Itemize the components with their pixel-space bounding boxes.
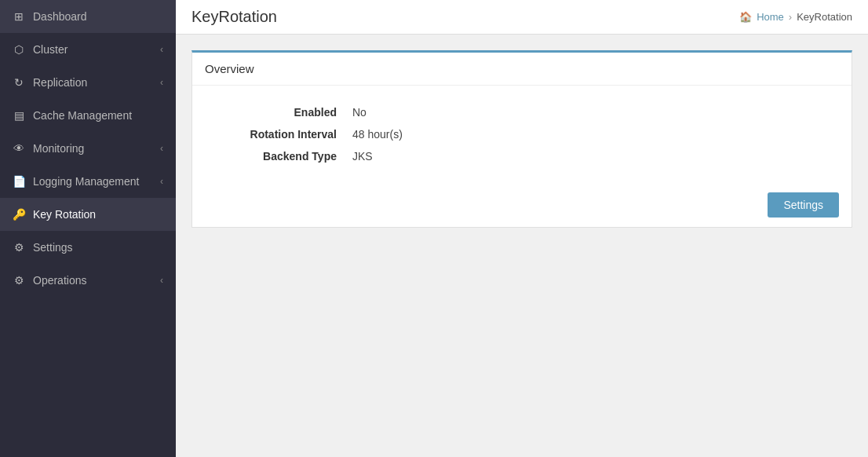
field-label: Backend Type [205, 145, 346, 167]
card-footer: Settings [192, 183, 852, 227]
home-link[interactable]: Home [757, 11, 784, 23]
sidebar-item-dashboard[interactable]: ⊞ Dashboard [0, 0, 176, 33]
sidebar-label-key-rotation: Key Rotation [33, 208, 96, 221]
logging-management-icon: 📄 [13, 175, 25, 188]
chevron-icon: ‹ [160, 275, 163, 286]
card-header: Overview [192, 53, 852, 86]
sidebar-item-operations[interactable]: ⚙ Operations ‹ [0, 264, 176, 297]
dashboard-icon: ⊞ [13, 10, 25, 23]
sidebar-label-cache-management: Cache Management [33, 109, 132, 122]
overview-card: Overview Enabled No Rotation Interval 48… [191, 50, 852, 228]
field-label: Rotation Interval [205, 123, 346, 145]
sidebar-item-replication[interactable]: ↻ Replication ‹ [0, 66, 176, 99]
operations-icon: ⚙ [13, 274, 25, 287]
field-label: Enabled [205, 101, 346, 123]
sidebar: ⊞ Dashboard ⬡ Cluster ‹ ↻ Replication ‹ … [0, 0, 176, 457]
field-value: 48 hour(s) [346, 123, 839, 145]
card-body: Enabled No Rotation Interval 48 hour(s) … [192, 86, 852, 183]
replication-icon: ↻ [13, 76, 25, 89]
breadcrumb-sep: › [789, 11, 792, 23]
overview-table: Enabled No Rotation Interval 48 hour(s) … [205, 101, 839, 167]
sidebar-label-dashboard: Dashboard [33, 10, 87, 23]
table-row: Backend Type JKS [205, 145, 839, 167]
sidebar-label-replication: Replication [33, 76, 87, 89]
home-icon: 🏠 [739, 11, 752, 23]
chevron-icon: ‹ [160, 176, 163, 187]
breadcrumb: 🏠 Home › KeyRotation [739, 11, 852, 23]
sidebar-label-settings: Settings [33, 241, 73, 254]
breadcrumb-current: KeyRotation [797, 11, 852, 23]
key-rotation-icon: 🔑 [13, 208, 25, 221]
field-value: No [346, 101, 839, 123]
cluster-icon: ⬡ [13, 43, 25, 56]
table-row: Enabled No [205, 101, 839, 123]
sidebar-label-operations: Operations [33, 274, 86, 287]
settings-button[interactable]: Settings [768, 192, 839, 218]
cache-management-icon: ▤ [13, 109, 25, 122]
sidebar-item-logging-management[interactable]: 📄 Logging Management ‹ [0, 165, 176, 198]
sidebar-item-cluster[interactable]: ⬡ Cluster ‹ [0, 33, 176, 66]
table-row: Rotation Interval 48 hour(s) [205, 123, 839, 145]
chevron-icon: ‹ [160, 44, 163, 55]
monitoring-icon: 👁 [13, 142, 25, 155]
field-value: JKS [346, 145, 839, 167]
content-area: Overview Enabled No Rotation Interval 48… [176, 35, 868, 457]
sidebar-item-key-rotation[interactable]: 🔑 Key Rotation [0, 198, 176, 231]
settings-icon: ⚙ [13, 241, 25, 254]
topbar: KeyRotation 🏠 Home › KeyRotation [176, 0, 868, 35]
main-content: KeyRotation 🏠 Home › KeyRotation Overvie… [176, 0, 868, 457]
sidebar-item-monitoring[interactable]: 👁 Monitoring ‹ [0, 132, 176, 165]
chevron-icon: ‹ [160, 143, 163, 154]
sidebar-label-monitoring: Monitoring [33, 142, 84, 155]
sidebar-label-cluster: Cluster [33, 43, 67, 56]
page-title: KeyRotation [191, 8, 277, 26]
chevron-icon: ‹ [160, 77, 163, 88]
sidebar-item-settings[interactable]: ⚙ Settings [0, 231, 176, 264]
sidebar-item-cache-management[interactable]: ▤ Cache Management [0, 99, 176, 132]
sidebar-label-logging-management: Logging Management [33, 175, 139, 188]
